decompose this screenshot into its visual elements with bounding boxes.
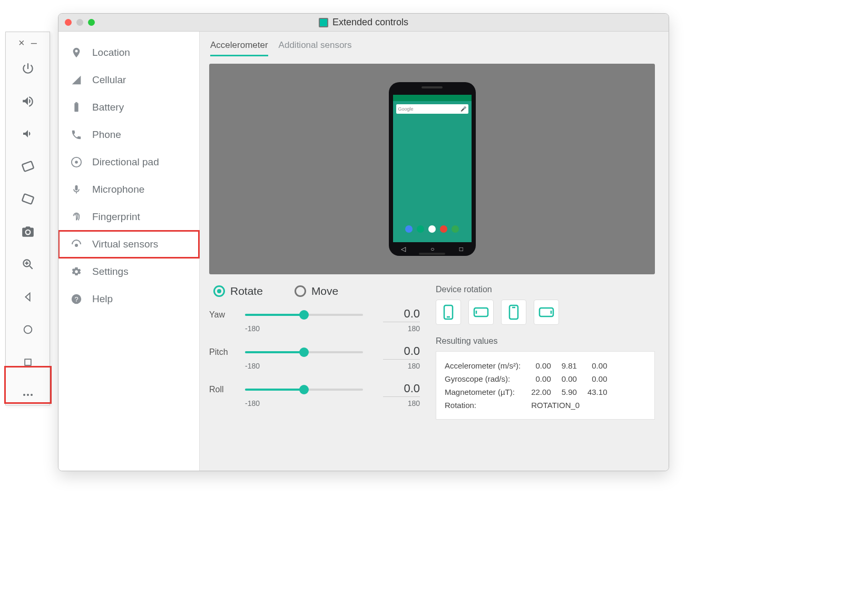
sensors-icon (70, 238, 83, 251)
volume-down-icon[interactable] (20, 126, 36, 142)
close-icon[interactable]: × (18, 37, 25, 48)
result-value: 0.00 (582, 372, 613, 385)
orientation-portrait-reverse-button[interactable] (501, 300, 526, 325)
slider-track[interactable] (245, 351, 363, 353)
slider-label: Roll (209, 385, 236, 394)
svg-point-12 (75, 244, 77, 246)
sidebar-item-virtual-sensors[interactable]: Virtual sensors (58, 231, 199, 258)
slider-thumb[interactable] (299, 385, 309, 394)
slider-label: Yaw (209, 310, 236, 320)
battery-icon (70, 101, 83, 114)
back-icon[interactable] (20, 289, 36, 305)
home-icon[interactable] (20, 322, 36, 337)
radio-rotate[interactable]: Rotate (213, 285, 263, 297)
slider-thumb[interactable] (299, 347, 309, 357)
help-icon: ? (70, 293, 83, 305)
svg-rect-1 (22, 194, 33, 204)
sidebar-item-label: Fingerprint (92, 211, 140, 223)
sidebar-item-microphone[interactable]: Microphone (58, 176, 199, 203)
result-value: 0.00 (526, 359, 556, 372)
mic-icon (70, 183, 83, 196)
window-title: Extended controls (332, 17, 408, 28)
sidebar-item-label: Directional pad (92, 156, 159, 168)
radio-move[interactable]: Move (295, 285, 338, 297)
slider-min: -180 (245, 362, 260, 370)
svg-rect-4 (25, 359, 31, 365)
sidebar-item-phone[interactable]: Phone (58, 121, 199, 148)
app-icon (319, 18, 328, 27)
result-row-accel: Accelerometer (m/s²):0.009.810.00 (445, 359, 612, 372)
window-minimize-icon[interactable] (76, 19, 83, 26)
result-row-gyro: Gyroscope (rad/s):0.000.000.00 (445, 372, 612, 385)
device-rotation-heading: Device rotation (436, 285, 655, 294)
minimize-icon[interactable]: – (31, 37, 37, 48)
zoom-icon[interactable] (20, 256, 36, 272)
orientation-landscape-right-button[interactable] (534, 300, 559, 325)
sidebar: Location Cellular Battery Phone Directio… (58, 32, 200, 471)
svg-point-7 (31, 394, 33, 396)
rotate-right-icon[interactable] (20, 191, 36, 207)
orientation-landscape-left-button[interactable] (468, 300, 494, 325)
location-icon (70, 46, 83, 59)
slider-value[interactable]: 0.0 (383, 307, 420, 322)
result-value: ROTATION_0 (526, 399, 612, 412)
slider-track[interactable] (245, 314, 363, 316)
slider-thumb[interactable] (299, 310, 309, 320)
sidebar-item-settings[interactable]: Settings (58, 258, 199, 285)
overview-icon[interactable] (20, 354, 36, 370)
slider-track[interactable] (245, 389, 363, 391)
slider-max: 180 (408, 324, 420, 333)
more-icon[interactable] (20, 387, 36, 403)
gear-icon (70, 265, 83, 278)
sidebar-item-help[interactable]: ?Help (58, 285, 199, 313)
slider-pitch: Pitch 0.0 -180180 (209, 344, 420, 370)
camera-icon[interactable] (20, 224, 36, 240)
sidebar-item-fingerprint[interactable]: Fingerprint (58, 203, 199, 231)
result-row-mag: Magnetometer (µT):22.005.9043.10 (445, 385, 612, 399)
svg-point-5 (23, 394, 25, 396)
orientation-portrait-button[interactable] (436, 300, 461, 325)
emulator-toolbar: × – (5, 32, 50, 405)
sidebar-item-label: Virtual sensors (92, 239, 158, 250)
result-label: Gyroscope (rad/s): (445, 372, 526, 385)
sidebar-item-label: Location (92, 47, 130, 58)
slider-value[interactable]: 0.0 (383, 344, 420, 360)
extended-controls-window: Extended controls Location Cellular Batt… (58, 13, 669, 471)
svg-text:?: ? (74, 295, 78, 303)
sidebar-item-label: Battery (92, 102, 124, 113)
fingerprint-icon (70, 211, 83, 223)
tab-accelerometer[interactable]: Accelerometer (210, 40, 268, 56)
resulting-values-panel: Accelerometer (m/s²):0.009.810.00 Gyrosc… (436, 351, 655, 420)
svg-point-11 (75, 161, 78, 164)
dpad-icon (70, 156, 83, 168)
result-label: Magnetometer (µT): (445, 385, 526, 399)
sidebar-item-cellular[interactable]: Cellular (58, 66, 199, 94)
slider-value[interactable]: 0.0 (383, 382, 420, 397)
window-close-icon[interactable] (65, 19, 72, 26)
phone-search-label: Google (398, 106, 414, 112)
window-zoom-icon[interactable] (88, 19, 95, 26)
svg-point-3 (24, 326, 32, 334)
device-preview-stage[interactable]: Google🎤 ◁○□ (209, 64, 655, 274)
sidebar-item-location[interactable]: Location (58, 39, 199, 66)
device-mockup[interactable]: Google🎤 ◁○□ (389, 82, 476, 256)
sidebar-item-battery[interactable]: Battery (58, 94, 199, 121)
result-value: 0.00 (526, 372, 556, 385)
cellular-icon (70, 74, 83, 86)
titlebar: Extended controls (58, 14, 669, 32)
rotate-left-icon[interactable] (20, 158, 36, 174)
result-value: 9.81 (556, 359, 582, 372)
radio-dot-icon (213, 285, 225, 297)
slider-max: 180 (408, 399, 420, 408)
tab-additional-sensors[interactable]: Additional sensors (279, 40, 352, 56)
volume-up-icon[interactable] (20, 93, 36, 109)
svg-rect-0 (22, 161, 33, 172)
result-value: 43.10 (582, 385, 613, 399)
sidebar-item-label: Help (92, 293, 113, 305)
slider-label: Pitch (209, 347, 236, 357)
sidebar-item-label: Phone (92, 129, 121, 141)
slider-min: -180 (245, 399, 260, 408)
sidebar-item-dpad[interactable]: Directional pad (58, 148, 199, 176)
power-icon[interactable] (20, 61, 36, 76)
result-label: Rotation: (445, 399, 526, 412)
